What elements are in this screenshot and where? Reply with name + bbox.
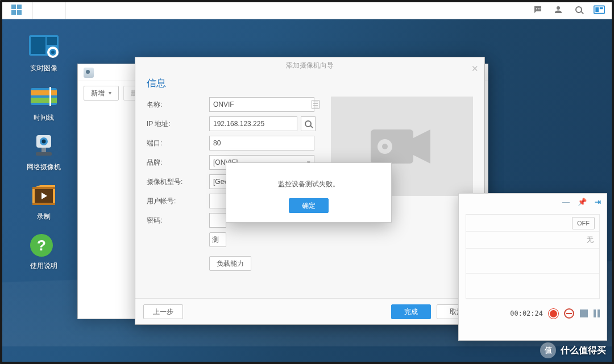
test-connection-button[interactable]: 测: [209, 232, 226, 247]
desktop-icon-label: 实时图像: [30, 64, 57, 73]
note-icon[interactable]: [312, 100, 320, 109]
stop-icon[interactable]: [564, 308, 574, 319]
desktop-icon-label: 使用说明: [30, 261, 57, 271]
watermark: 值 什么值得买: [540, 342, 606, 358]
svg-rect-8: [47, 37, 57, 45]
taskbar-user-icon[interactable]: [548, 0, 569, 19]
svg-point-1: [538, 8, 539, 9]
label-ip: IP 地址:: [147, 119, 209, 129]
taskbar-widgets-icon[interactable]: [589, 0, 609, 19]
password-field[interactable]: [209, 213, 226, 228]
svg-marker-28: [413, 129, 430, 164]
desktop-icon-timeline[interactable]: 时间线: [20, 83, 67, 123]
desktop-icon-ipcamera[interactable]: 网络摄像机: [20, 133, 67, 172]
record-icon[interactable]: [549, 309, 558, 319]
search-icon: [305, 120, 312, 127]
recording-list: OFF 无: [466, 214, 600, 299]
load-capability-button[interactable]: 负载能力: [209, 256, 251, 271]
svg-rect-24: [32, 203, 55, 205]
search-ip-button[interactable]: [301, 116, 316, 131]
svg-rect-4: [600, 7, 603, 9]
model-select[interactable]: [Ge: [209, 174, 226, 189]
username-field[interactable]: [209, 194, 226, 208]
recording-time: 00:02:24: [510, 309, 543, 317]
label-model: 摄像机型号:: [147, 177, 209, 187]
svg-rect-13: [31, 90, 57, 95]
ipcamera-icon: [28, 133, 60, 159]
svg-rect-14: [31, 98, 57, 103]
recording-panel-header: — 📌 ⇥: [459, 194, 607, 210]
stop-button[interactable]: [580, 309, 588, 317]
desktop-icon-label: 网络摄像机: [27, 162, 61, 172]
off-toggle[interactable]: OFF: [572, 217, 595, 229]
svg-rect-20: [36, 152, 52, 156]
svg-rect-5: [595, 7, 599, 11]
wizard-title: 添加摄像机向导: [286, 61, 334, 69]
error-message: 监控设备测试失败。: [278, 179, 339, 189]
minimize-icon[interactable]: —: [562, 198, 570, 206]
taskbar-search-icon[interactable]: [569, 0, 589, 19]
svg-rect-15: [49, 87, 51, 106]
camera-icon: [84, 68, 94, 78]
label-port: 端口:: [147, 139, 209, 148]
taskbar-chat-icon[interactable]: [528, 0, 548, 19]
close-icon[interactable]: ✕: [471, 61, 479, 77]
restore-icon[interactable]: ⇥: [595, 198, 601, 206]
recording-panel: — 📌 ⇥ OFF 无 00:02:24: [458, 193, 607, 341]
wizard-footer: 上一步 完成 取消: [135, 298, 484, 324]
live-view-icon: [28, 34, 60, 60]
svg-point-0: [536, 8, 537, 9]
svg-rect-7: [31, 37, 45, 54]
error-dialog: 监控设备测试失败。 确定: [226, 162, 392, 223]
wizard-titlebar[interactable]: 添加摄像机向导 ✕: [135, 57, 484, 73]
recording-status: 无: [466, 232, 599, 249]
svg-rect-19: [42, 148, 46, 152]
port-field[interactable]: [209, 136, 314, 150]
finish-button[interactable]: 完成: [391, 304, 431, 319]
camera-icon: [44, 5, 55, 15]
watermark-text: 什么值得买: [561, 345, 606, 357]
svg-point-11: [51, 51, 55, 54]
desktop-icons: 实时图像 时间线 网络摄像机 录制 ? 使用说明: [20, 34, 67, 271]
ip-field[interactable]: [209, 116, 297, 131]
pause-button[interactable]: [594, 309, 600, 317]
svg-point-30: [382, 144, 388, 149]
desktop-icon-live[interactable]: 实时图像: [20, 34, 67, 73]
svg-rect-23: [32, 187, 55, 189]
svg-point-2: [540, 8, 541, 9]
taskbar: [0, 0, 614, 19]
label-brand: 品牌:: [147, 158, 209, 168]
help-icon: ?: [28, 232, 60, 258]
new-button[interactable]: 新增: [84, 86, 119, 101]
taskbar-surveillance-button[interactable]: [33, 0, 66, 19]
label-name: 名称:: [147, 100, 209, 110]
ok-button[interactable]: 确定: [289, 198, 329, 213]
prev-button[interactable]: 上一步: [143, 304, 183, 319]
timeline-icon: [28, 83, 60, 110]
recording-controls: 00:02:24: [459, 304, 607, 323]
record-icon: [28, 182, 60, 208]
desktop-icon-help[interactable]: ? 使用说明: [20, 232, 67, 271]
svg-point-18: [42, 140, 46, 144]
pin-icon[interactable]: 📌: [578, 198, 587, 206]
svg-text:?: ?: [37, 237, 46, 254]
watermark-badge: 值: [540, 342, 556, 358]
name-field[interactable]: [209, 97, 314, 112]
wizard-section-title: 信息: [135, 73, 484, 97]
desktop-icon-record[interactable]: 录制: [20, 182, 67, 221]
svg-rect-32: [566, 313, 572, 314]
label-user: 用户帐号:: [147, 196, 209, 206]
desktop-icon-label: 录制: [37, 212, 51, 221]
label-pass: 密码:: [147, 216, 209, 225]
desktop-icon-label: 时间线: [34, 113, 54, 123]
taskbar-apps-button[interactable]: [0, 0, 33, 19]
apps-grid-icon: [11, 5, 22, 15]
